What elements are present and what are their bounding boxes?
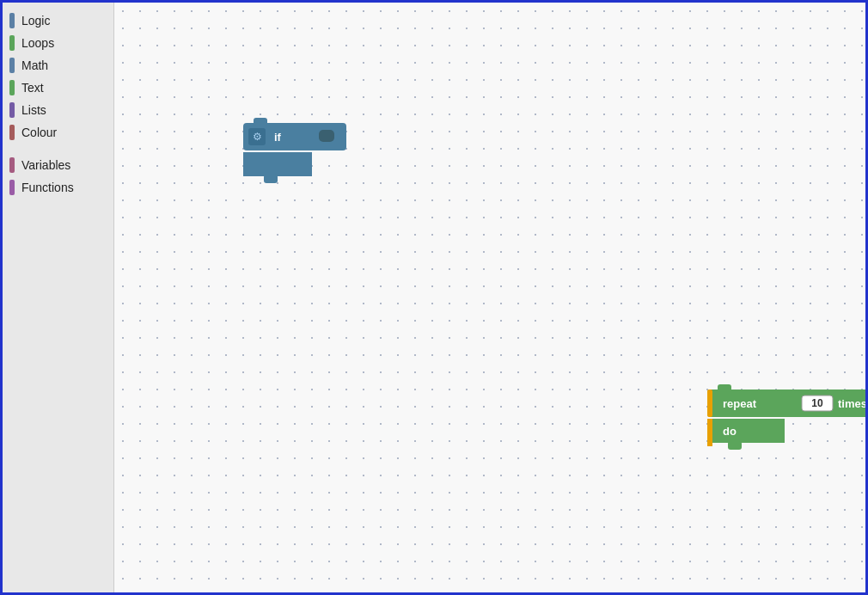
if-block[interactable]: ⚙ if	[243, 123, 346, 183]
svg-text:if: if	[274, 131, 282, 144]
app-container: Logic Loops Math Text Lists Colour Varia…	[0, 0, 868, 595]
sidebar-item-loops[interactable]: Loops	[3, 32, 113, 54]
svg-text:times: times	[838, 397, 865, 410]
sidebar-item-label-loops: Loops	[21, 36, 54, 50]
sidebar-item-label-lists: Lists	[21, 103, 46, 117]
sidebar-item-label-math: Math	[21, 58, 48, 72]
repeat-block[interactable]: 10 repeat times do	[707, 390, 865, 450]
variables-color-bar	[9, 157, 15, 173]
svg-text:10: 10	[811, 397, 823, 409]
sidebar-item-label-text: Text	[21, 81, 44, 95]
svg-text:repeat: repeat	[723, 397, 757, 410]
text-color-bar	[9, 80, 15, 95]
sidebar-item-lists[interactable]: Lists	[3, 99, 113, 121]
colour-color-bar	[9, 125, 15, 140]
sidebar-item-logic[interactable]: Logic	[3, 9, 113, 32]
sidebar: Logic Loops Math Text Lists Colour Varia…	[3, 3, 114, 592]
sidebar-item-functions[interactable]: Functions	[3, 176, 113, 199]
svg-text:do: do	[723, 425, 737, 438]
svg-rect-5	[264, 175, 278, 183]
svg-rect-16	[707, 419, 785, 443]
sidebar-item-label-functions: Functions	[21, 181, 74, 194]
sidebar-item-colour[interactable]: Colour	[3, 121, 113, 144]
svg-rect-18	[707, 419, 712, 446]
svg-rect-3	[243, 152, 312, 176]
sidebar-item-text[interactable]: Text	[3, 77, 113, 99]
svg-text:⚙: ⚙	[253, 131, 262, 143]
svg-rect-4	[243, 173, 312, 176]
sidebar-item-variables[interactable]: Variables	[3, 154, 113, 176]
svg-rect-2	[319, 130, 334, 142]
functions-color-bar	[9, 180, 15, 195]
svg-rect-19	[728, 441, 742, 450]
sidebar-item-label-variables: Variables	[21, 158, 70, 172]
math-color-bar	[9, 58, 15, 73]
sidebar-item-label-colour: Colour	[21, 126, 57, 139]
canvas-area[interactable]: ⚙ if 10 repeat times	[114, 3, 865, 592]
sidebar-item-math[interactable]: Math	[3, 54, 113, 77]
svg-rect-17	[707, 439, 785, 443]
lists-color-bar	[9, 102, 15, 118]
loops-color-bar	[9, 35, 15, 51]
svg-rect-11	[707, 390, 712, 417]
svg-rect-1	[254, 118, 267, 126]
logic-color-bar	[9, 13, 15, 28]
sidebar-item-label-logic: Logic	[21, 14, 50, 28]
